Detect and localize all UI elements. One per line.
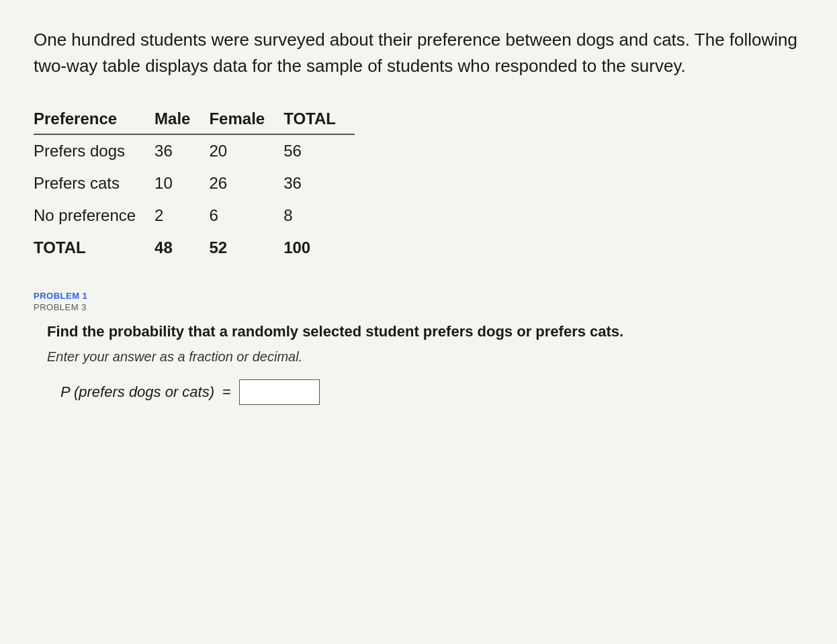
row-total-2: 8 <box>283 199 355 232</box>
problem-instruction: Enter your answer as a fraction or decim… <box>47 349 803 365</box>
row-male-1: 10 <box>155 167 209 199</box>
problem-labels: PROBLEM 1 PROBLEM 3 <box>34 291 803 312</box>
col-header-female: Female <box>209 103 283 134</box>
two-way-table: Preference Male Female TOTAL Prefers dog… <box>34 103 355 264</box>
problem-label-3: PROBLEM 3 <box>34 302 803 312</box>
row-label-3: TOTAL <box>34 232 155 264</box>
page-container: One hundred students were surveyed about… <box>0 0 837 644</box>
table-row: No preference 2 6 8 <box>34 199 355 232</box>
col-header-male: Male <box>155 103 209 134</box>
table-header-row: Preference Male Female TOTAL <box>34 103 355 134</box>
row-female-1: 26 <box>209 167 283 199</box>
row-label-2: No preference <box>34 199 155 232</box>
answer-row: P (prefers dogs or cats) = <box>47 379 803 405</box>
table-row: Prefers cats 10 26 36 <box>34 167 355 199</box>
table-row: Prefers dogs 36 20 56 <box>34 134 355 167</box>
row-female-3: 52 <box>209 232 283 264</box>
table-total-row: TOTAL 48 52 100 <box>34 232 355 264</box>
row-female-2: 6 <box>209 199 283 232</box>
row-male-0: 36 <box>155 134 209 167</box>
row-female-0: 20 <box>209 134 283 167</box>
row-label-1: Prefers cats <box>34 167 155 199</box>
col-header-preference: Preference <box>34 103 155 134</box>
row-male-2: 2 <box>155 199 209 232</box>
problem-label-1: PROBLEM 1 <box>34 291 803 301</box>
intro-text: One hundred students were surveyed about… <box>34 27 803 79</box>
row-total-3: 100 <box>283 232 355 264</box>
row-label-0: Prefers dogs <box>34 134 155 167</box>
equals-sign: = <box>222 383 231 401</box>
row-total-1: 36 <box>283 167 355 199</box>
row-male-3: 48 <box>155 232 209 264</box>
problem-section: Find the probability that a randomly sel… <box>34 320 803 405</box>
answer-label: P (prefers dogs or cats) <box>60 383 214 401</box>
row-total-0: 56 <box>283 134 355 167</box>
table-section: Preference Male Female TOTAL Prefers dog… <box>34 103 803 264</box>
col-header-total: TOTAL <box>283 103 355 134</box>
problem-question: Find the probability that a randomly sel… <box>47 320 803 342</box>
answer-input[interactable] <box>239 379 320 405</box>
